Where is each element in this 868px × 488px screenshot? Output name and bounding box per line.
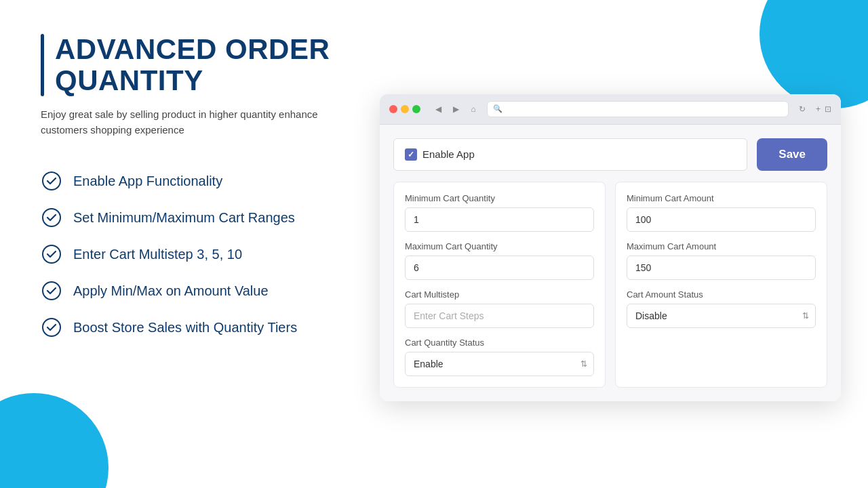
right-panel: ◀ ▶ ⌂ 🔍 ↻ + ⊡ Enable bbox=[380, 34, 841, 461]
max-cart-amount-input[interactable] bbox=[627, 256, 816, 280]
browser-address-bar[interactable]: 🔍 bbox=[487, 101, 789, 117]
left-form-column: Minimum Cart Quantity Maximum Cart Quant… bbox=[393, 182, 606, 388]
min-cart-amount-group: Minimum Cart Amount bbox=[627, 193, 816, 232]
check-icon bbox=[41, 207, 62, 228]
feature-item-feat-1: Enable App Functionality bbox=[41, 170, 380, 192]
enable-app-row: Enable App Save bbox=[393, 138, 827, 171]
page-title: ADVANCED ORDER QUANTITY bbox=[55, 34, 380, 96]
cart-amount-status-group: Cart Amount Status Enable Disable bbox=[627, 289, 816, 328]
screenshot-button[interactable]: ⊡ bbox=[825, 104, 831, 114]
browser-nav: ◀ ▶ ⌂ bbox=[431, 102, 480, 116]
dot-red[interactable] bbox=[389, 105, 397, 113]
check-icon bbox=[41, 280, 62, 302]
cart-amount-status-select[interactable]: Enable Disable bbox=[627, 304, 816, 328]
min-cart-qty-input[interactable] bbox=[405, 207, 594, 232]
cart-qty-status-label: Cart Quantity Status bbox=[405, 338, 594, 348]
save-button[interactable]: Save bbox=[757, 138, 827, 171]
forward-button[interactable]: ▶ bbox=[449, 102, 462, 116]
enable-app-checkbox[interactable] bbox=[405, 148, 417, 161]
min-cart-amount-label: Minimum Cart Amount bbox=[627, 193, 816, 203]
enable-app-field: Enable App bbox=[393, 138, 747, 171]
feature-label: Boost Store Sales with Quantity Tiers bbox=[73, 320, 297, 336]
browser-actions: + ⊡ bbox=[816, 104, 831, 114]
form-grid: Minimum Cart Quantity Maximum Cart Quant… bbox=[393, 182, 827, 388]
cart-multistep-group: Cart Multistep bbox=[405, 289, 594, 328]
browser-dots bbox=[389, 105, 420, 113]
browser-toolbar: ◀ ▶ ⌂ 🔍 ↻ + ⊡ bbox=[380, 94, 841, 125]
min-cart-qty-group: Minimum Cart Quantity bbox=[405, 193, 594, 232]
dot-yellow[interactable] bbox=[401, 105, 409, 113]
max-cart-qty-input[interactable] bbox=[405, 256, 594, 280]
check-icon bbox=[41, 243, 62, 265]
header-block: ADVANCED ORDER QUANTITY bbox=[41, 34, 380, 96]
cart-qty-status-select[interactable]: Enable Disable bbox=[405, 352, 594, 376]
header-bar bbox=[41, 34, 44, 96]
page-subtitle: Enjoy great sale by selling product in h… bbox=[41, 107, 366, 138]
browser-content: Enable App Save Minimum Cart Quantity Ma… bbox=[380, 125, 841, 401]
left-panel: ADVANCED ORDER QUANTITY Enjoy great sale… bbox=[41, 34, 380, 461]
min-cart-qty-label: Minimum Cart Quantity bbox=[405, 193, 594, 203]
min-cart-amount-input[interactable] bbox=[627, 207, 816, 232]
feature-item-feat-2: Set Minimum/Maximum Cart Ranges bbox=[41, 207, 380, 228]
enable-app-label: Enable App bbox=[422, 148, 475, 160]
svg-point-4 bbox=[43, 319, 60, 336]
feature-item-feat-5: Boost Store Sales with Quantity Tiers bbox=[41, 317, 380, 338]
browser-window: ◀ ▶ ⌂ 🔍 ↻ + ⊡ Enable bbox=[380, 94, 841, 401]
max-cart-amount-group: Maximum Cart Amount bbox=[627, 241, 816, 280]
max-cart-qty-label: Maximum Cart Quantity bbox=[405, 241, 594, 251]
cart-amount-status-wrapper: Enable Disable bbox=[627, 304, 816, 328]
feature-item-feat-3: Enter Cart Multistep 3, 5, 10 bbox=[41, 243, 380, 265]
cart-qty-status-group: Cart Quantity Status Enable Disable bbox=[405, 338, 594, 376]
svg-point-1 bbox=[43, 209, 60, 226]
svg-point-2 bbox=[43, 245, 60, 263]
dot-green[interactable] bbox=[412, 105, 420, 113]
right-form-column: Minimum Cart Amount Maximum Cart Amount … bbox=[615, 182, 827, 388]
feature-label: Enable App Functionality bbox=[73, 174, 222, 189]
svg-point-0 bbox=[43, 172, 60, 190]
check-icon bbox=[41, 317, 62, 338]
add-tab-button[interactable]: + bbox=[816, 104, 821, 114]
cart-qty-status-wrapper: Enable Disable bbox=[405, 352, 594, 376]
svg-point-3 bbox=[43, 282, 60, 300]
check-icon bbox=[41, 170, 62, 192]
home-button[interactable]: ⌂ bbox=[467, 102, 480, 116]
max-cart-amount-label: Maximum Cart Amount bbox=[627, 241, 816, 251]
cart-amount-status-label: Cart Amount Status bbox=[627, 289, 816, 300]
cart-multistep-input[interactable] bbox=[405, 304, 594, 328]
back-button[interactable]: ◀ bbox=[431, 102, 445, 116]
feature-item-feat-4: Apply Min/Max on Amount Value bbox=[41, 280, 380, 302]
features-list: Enable App Functionality Set Minimum/Max… bbox=[41, 170, 380, 338]
refresh-button[interactable]: ↻ bbox=[795, 102, 809, 116]
feature-label: Apply Min/Max on Amount Value bbox=[73, 283, 269, 299]
cart-multistep-label: Cart Multistep bbox=[405, 289, 594, 300]
search-icon: 🔍 bbox=[493, 104, 502, 113]
max-cart-qty-group: Maximum Cart Quantity bbox=[405, 241, 594, 280]
feature-label: Set Minimum/Maximum Cart Ranges bbox=[73, 210, 295, 226]
feature-label: Enter Cart Multistep 3, 5, 10 bbox=[73, 247, 242, 262]
